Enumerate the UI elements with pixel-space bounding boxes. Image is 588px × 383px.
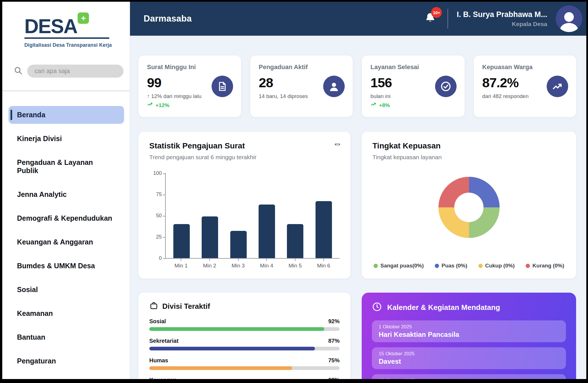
page-title: Darmasaba	[144, 14, 192, 24]
bar-slot	[224, 173, 253, 258]
notification-badge: 10+	[431, 7, 442, 18]
trending-up-icon	[547, 76, 568, 97]
avatar-person-icon	[564, 12, 574, 22]
person-icon	[323, 76, 345, 97]
division-percent: 87%	[328, 338, 340, 344]
sidebar-item-demografi-kependudukan[interactable]: Demografi & Kependudukan	[8, 209, 124, 227]
x-tick-label: Min 6	[309, 259, 338, 269]
sidebar-divider	[2, 91, 130, 91]
logo-tagline: Digitalisasi Desa Transparansi Kerja	[24, 42, 121, 48]
resize-horizontal-icon[interactable]: ⇔	[333, 139, 342, 148]
x-axis-labels: Min 1Min 2Min 3Min 4Min 5Min 6	[165, 259, 340, 269]
mini-trend-icon	[147, 101, 153, 109]
bottom-row: Divisi Teraktif Sosial92%Sekretariat87%H…	[139, 293, 576, 379]
sidebar-item-pengaduan-layanan-publik[interactable]: Pengaduan & Layanan Publik	[8, 154, 124, 180]
app-logo: DESA+ Digitalisasi Desa Transparansi Ker…	[24, 16, 121, 48]
stat-card-2: Pengaduan Aktif2814 baru, 14 diproses	[250, 56, 353, 117]
division-progress-track	[149, 366, 340, 370]
active-divisions-card: Divisi Teraktif Sosial92%Sekretariat87%H…	[139, 293, 350, 379]
division-label: Sosial	[149, 318, 166, 325]
y-tick-100: 100	[149, 170, 162, 176]
division-top: Keuangan68%	[149, 377, 340, 379]
x-tick-label: Min 2	[195, 259, 224, 269]
division-progress-track	[149, 327, 340, 331]
sidebar-item-kinerja-divisi[interactable]: Kinerja Divisi	[8, 130, 124, 148]
stat-trend: +8%	[370, 101, 456, 109]
bar-min-4[interactable]	[259, 205, 275, 258]
x-tick-label: Min 3	[224, 259, 252, 269]
division-row-keuangan: Keuangan68%	[149, 377, 340, 379]
division-percent: 68%	[328, 377, 340, 379]
divisions-list: Sosial92%Sekretariat87%Humas75%Keuangan6…	[149, 318, 340, 379]
calendar-card: Kalender & Kegiatan Mendatang 1 Oktober …	[362, 293, 576, 379]
sidebar-item-keuangan-anggaran[interactable]: Keuangan & Anggaran	[8, 233, 124, 251]
search-icon	[14, 66, 23, 76]
bar-min-3[interactable]	[230, 231, 247, 258]
sidebar-item-pengaturan[interactable]: Pengaturan	[8, 352, 124, 370]
stat-label: Pengaduan Aktif	[259, 63, 344, 71]
division-row-sosial: Sosial92%	[149, 318, 340, 331]
y-tick-50: 50	[149, 213, 162, 219]
division-top: Sekretariat87%	[149, 338, 340, 344]
division-percent: 92%	[328, 318, 340, 325]
event-row[interactable]: 1 Oktober 2025Hari Kesaktian Pancasila	[372, 320, 566, 342]
x-tick-label: Min 5	[281, 259, 310, 269]
division-row-humas: Humas75%	[149, 357, 340, 370]
division-label: Humas	[149, 357, 168, 364]
stat-trend-value: +12%	[155, 102, 169, 108]
search-input[interactable]	[27, 65, 123, 78]
bar-min-6[interactable]	[316, 201, 332, 258]
bar-min-2[interactable]	[202, 216, 218, 258]
sidebar: DESA+ Digitalisasi Desa Transparansi Ker…	[2, 2, 130, 379]
avatar[interactable]	[556, 5, 582, 32]
division-progress-fill	[149, 366, 292, 370]
chart-title: Statistik Pengajuan Surat	[149, 141, 340, 150]
bar-slot	[281, 173, 309, 258]
event-row[interactable]: 19 Oktober 2025Rapat Koordinasi	[372, 374, 566, 379]
sidebar-item-bantuan[interactable]: Bantuan	[8, 328, 124, 346]
app-frame: DESA+ Digitalisasi Desa Transparansi Ker…	[2, 2, 586, 379]
header: Darmasaba 10+ I. B. Surya Prabhawa M... …	[130, 2, 586, 36]
donut-subtitle: Tingkat kepuasan layanan	[372, 154, 565, 161]
division-top: Sosial92%	[149, 318, 340, 325]
legend-item: Puas (0%)	[435, 263, 467, 269]
sidebar-item-jenna-analytic[interactable]: Jenna Analytic	[8, 186, 124, 203]
clock-icon	[372, 302, 382, 313]
search-row	[14, 65, 120, 78]
donut-chart[interactable]	[438, 177, 500, 238]
sidebar-item-bumdes-umkm-desa[interactable]: Bumdes & UMKM Desa	[8, 257, 124, 275]
division-label: Sekretariat	[149, 338, 178, 344]
logo-underline	[24, 37, 109, 39]
stat-label: Kepuasan Warga	[482, 63, 568, 71]
user-menu[interactable]: I. B. Surya Prabhawa M... Kepala Desa	[457, 10, 547, 27]
bar-min-1[interactable]	[173, 224, 190, 258]
chart-subtitle: Trend pengajuan surat 6 minggu terakhir	[149, 154, 340, 161]
bar-slot	[196, 173, 224, 258]
stat-label: Surat Minggu Ini	[147, 63, 233, 71]
event-row[interactable]: 15 Oktober 2025Davest	[372, 347, 566, 369]
legend-item: Cukup (0%)	[478, 263, 515, 269]
legend-label: Puas (0%)	[442, 263, 467, 269]
notifications-button[interactable]: 10+	[421, 10, 439, 27]
sidebar-item-keamanan[interactable]: Keamanan	[8, 305, 124, 322]
donut-legend: Sangat puas(0%)Puas (0%)Cukup (0%)Kurang…	[372, 263, 565, 269]
sidebar-item-sosial[interactable]: Sosial	[8, 281, 124, 299]
y-axis-labels: 0255075100	[149, 173, 162, 259]
division-progress-fill	[149, 347, 315, 350]
legend-item: Sangat puas(0%)	[374, 263, 424, 269]
divisions-title-row: Divisi Teraktif	[149, 301, 340, 311]
letter-statistics-card: Statistik Pengajuan Surat Trend pengajua…	[139, 132, 350, 278]
legend-dot	[374, 264, 378, 268]
bar-slot	[167, 173, 196, 258]
mini-trend-icon	[370, 101, 377, 109]
legend-label: Sangat puas(0%)	[380, 263, 424, 269]
stat-card-4: Kepuasan Warga87.2%dari 482 responden	[474, 56, 576, 117]
sidebar-item-beranda[interactable]: Beranda	[8, 106, 124, 124]
header-right: 10+ I. B. Surya Prabhawa M... Kepala Des…	[421, 5, 582, 32]
stat-card-1: Surat Minggu Ini99↑ 12% dari minggu lalu…	[139, 56, 241, 117]
event-date: 15 Oktober 2025	[379, 351, 559, 357]
stat-card-3: Layanan Selesai156bulan ini+8%	[362, 56, 465, 117]
bar-min-5[interactable]	[287, 224, 303, 258]
events-list: 1 Oktober 2025Hari Kesaktian Pancasila15…	[372, 320, 566, 379]
division-row-sekretariat: Sekretariat87%	[149, 338, 340, 350]
